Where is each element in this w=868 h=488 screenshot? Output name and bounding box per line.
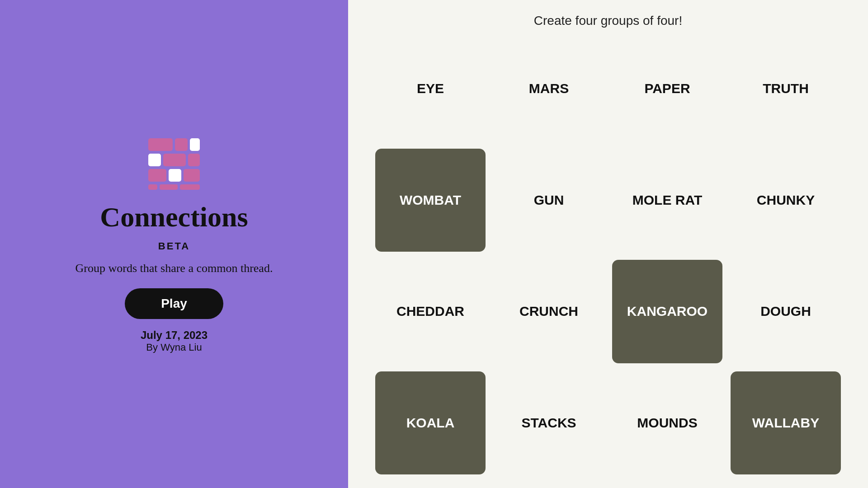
word-label-14: STACKS xyxy=(521,415,576,431)
game-header: Create four groups of four! xyxy=(375,0,841,37)
word-tile-9[interactable]: CHEDDAR xyxy=(375,260,486,363)
word-tile-10[interactable]: CRUNCH xyxy=(494,260,604,363)
beta-label: BETA xyxy=(158,240,190,252)
word-tile-12[interactable]: DOUGH xyxy=(731,260,841,363)
game-grid: EYEMARSPAPERTRUTHWOMBATGUNMOLE RATCHUNKY… xyxy=(375,37,841,488)
left-panel: Connections BETA Group words that share … xyxy=(0,0,348,488)
word-tile-4[interactable]: TRUTH xyxy=(731,37,841,141)
word-label-10: CRUNCH xyxy=(519,303,578,319)
right-panel: Create four groups of four! EYEMARSPAPER… xyxy=(348,0,868,488)
svg-rect-12 xyxy=(180,184,200,190)
svg-rect-10 xyxy=(148,184,157,190)
word-tile-14[interactable]: STACKS xyxy=(494,371,604,475)
word-tile-1[interactable]: EYE xyxy=(375,37,486,141)
svg-rect-5 xyxy=(163,154,186,166)
app-title: Connections xyxy=(100,202,248,232)
word-tile-2[interactable]: MARS xyxy=(494,37,604,141)
word-label-5: WOMBAT xyxy=(400,192,461,208)
word-label-4: TRUTH xyxy=(763,80,809,97)
word-tile-3[interactable]: PAPER xyxy=(612,37,722,141)
word-label-7: MOLE RAT xyxy=(632,192,702,208)
word-label-12: DOUGH xyxy=(760,303,811,319)
date-info: July 17, 2023 By Wyna Liu xyxy=(141,329,208,353)
word-tile-6[interactable]: GUN xyxy=(494,149,604,252)
word-label-16: WALLABY xyxy=(752,415,819,431)
svg-rect-11 xyxy=(160,184,178,190)
word-tile-13[interactable]: KOALA xyxy=(375,371,486,475)
word-label-9: CHEDDAR xyxy=(396,303,464,319)
svg-rect-1 xyxy=(148,138,173,151)
word-label-1: EYE xyxy=(417,80,444,97)
word-label-13: KOALA xyxy=(406,415,455,431)
word-tile-11[interactable]: KANGAROO xyxy=(612,260,722,363)
word-tile-16[interactable]: WALLABY xyxy=(731,371,841,475)
word-tile-7[interactable]: MOLE RAT xyxy=(612,149,722,252)
svg-rect-2 xyxy=(175,138,188,151)
svg-rect-6 xyxy=(188,154,200,166)
play-button[interactable]: Play xyxy=(125,288,223,319)
svg-rect-7 xyxy=(148,169,166,182)
word-tile-8[interactable]: CHUNKY xyxy=(731,149,841,252)
word-label-6: GUN xyxy=(534,192,564,208)
word-tile-15[interactable]: MOUNDS xyxy=(612,371,722,475)
svg-rect-9 xyxy=(184,169,200,182)
word-label-15: MOUNDS xyxy=(637,415,697,431)
date-text: July 17, 2023 xyxy=(141,329,208,342)
word-label-8: CHUNKY xyxy=(757,192,815,208)
word-label-3: PAPER xyxy=(644,80,690,97)
word-tile-5[interactable]: WOMBAT xyxy=(375,149,486,252)
svg-rect-4 xyxy=(148,154,161,166)
svg-rect-3 xyxy=(190,138,200,151)
svg-rect-8 xyxy=(169,169,181,182)
word-label-11: KANGAROO xyxy=(627,303,708,319)
app-description: Group words that share a common thread. xyxy=(75,260,273,277)
author-text: By Wyna Liu xyxy=(141,342,208,353)
app-logo xyxy=(145,135,203,193)
word-label-2: MARS xyxy=(529,80,569,97)
